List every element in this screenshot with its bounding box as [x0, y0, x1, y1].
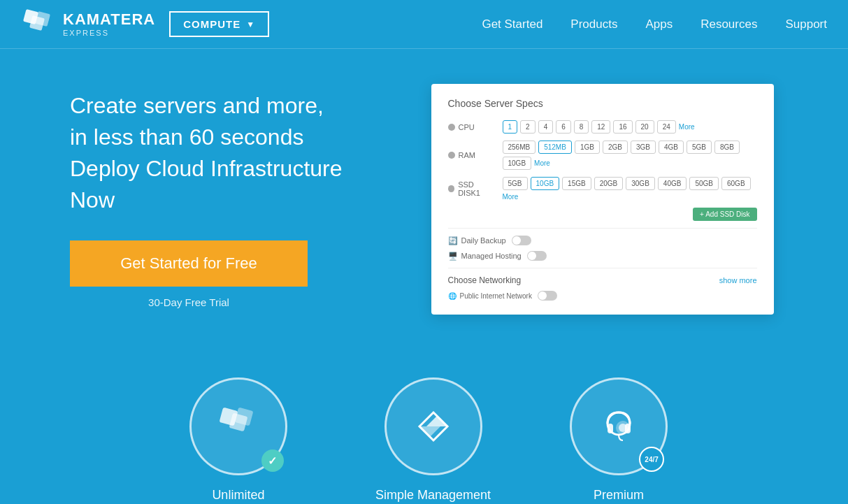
cpu-opt-8[interactable]: 8 — [574, 120, 589, 134]
logo-main: KAMATERA — [63, 11, 155, 28]
svg-point-13 — [619, 424, 627, 432]
nav-resources[interactable]: Resources — [700, 17, 757, 31]
get-started-button[interactable]: Get Started for Free — [70, 240, 308, 287]
nav-get-started[interactable]: Get Started — [482, 17, 542, 31]
divider — [448, 228, 757, 229]
header: KAMATERA EXPRESS COMPUTE ▼ Get Started P… — [0, 0, 848, 49]
feature-management-circle — [385, 377, 482, 475]
ssd-opt-50gb[interactable]: 50GB — [689, 177, 719, 190]
nav-products[interactable]: Products — [570, 17, 617, 31]
cpu-options: 1 2 4 6 8 12 16 20 24 More — [503, 120, 695, 134]
cpu-opt-20[interactable]: 20 — [635, 120, 654, 134]
ram-opt-256mb[interactable]: 256MB — [503, 141, 536, 154]
ram-opt-8gb[interactable]: 8GB — [714, 141, 740, 154]
ram-opt-1gb[interactable]: 1GB — [575, 141, 600, 154]
support-feature-icon — [596, 404, 642, 449]
ram-opt-2gb[interactable]: 2GB — [603, 141, 628, 154]
nav-apps[interactable]: Apps — [645, 17, 673, 31]
ram-opt-10gb[interactable]: 10GB — [503, 157, 532, 170]
hero-title: Create servers and more, in less than 60… — [70, 90, 371, 215]
ssd-options: 5GB 10GB 15GB 20GB 30GB 40GB 50GB 60GB M… — [503, 177, 757, 201]
badge-247: 24/7 — [639, 447, 664, 472]
logo[interactable]: KAMATERA EXPRESS — [21, 7, 155, 42]
ssd-opt-40gb[interactable]: 40GB — [658, 177, 687, 190]
cpu-more[interactable]: More — [679, 123, 695, 131]
ssd-opt-30gb[interactable]: 30GB — [626, 177, 655, 190]
feature-management-name: Simple Management Console and API — [375, 487, 491, 504]
add-ssd-button[interactable]: + Add SSD Disk — [693, 208, 756, 221]
logo-icon — [21, 7, 56, 42]
ram-opt-5gb[interactable]: 5GB — [687, 141, 712, 154]
ram-opt-512mb[interactable]: 512MB — [538, 141, 572, 154]
checkmark-badge: ✓ — [261, 449, 284, 472]
cpu-opt-4[interactable]: 4 — [538, 120, 554, 134]
card-title: Choose Server Specs — [448, 98, 757, 109]
ssd-opt-5gb[interactable]: 5GB — [503, 177, 528, 190]
server-specs-card: Choose Server Specs CPU 1 2 4 6 8 12 16 … — [431, 84, 774, 315]
cpu-opt-24[interactable]: 24 — [657, 120, 676, 134]
compute-label: COMPUTE — [183, 18, 240, 30]
main-nav: Get Started Products Apps Resources Supp… — [482, 17, 827, 31]
public-internet-toggle[interactable] — [538, 291, 557, 301]
public-internet-label: 🌐 Public Internet Network — [448, 292, 532, 300]
ssd-opt-15gb[interactable]: 15GB — [562, 177, 591, 190]
svg-rect-10 — [608, 424, 613, 433]
cpu-label: CPU — [448, 123, 497, 131]
compute-button[interactable]: COMPUTE ▼ — [169, 11, 269, 37]
logo-text: KAMATERA EXPRESS — [63, 11, 155, 36]
cpu-icon — [448, 124, 455, 131]
daily-backup-toggle[interactable] — [512, 236, 531, 245]
cpu-row: CPU 1 2 4 6 8 12 16 20 24 More — [448, 120, 757, 134]
cpu-opt-12[interactable]: 12 — [591, 120, 610, 134]
feature-support-name: Premium Human Support 24/7 — [561, 487, 677, 504]
cpu-opt-16[interactable]: 16 — [613, 120, 632, 134]
hero-right: Choose Server Specs CPU 1 2 4 6 8 12 16 … — [412, 84, 792, 315]
ram-options: 256MB 512MB 1GB 2GB 3GB 4GB 5GB 8GB 10GB… — [503, 141, 757, 170]
hero-left: Create servers and more, in less than 60… — [70, 90, 371, 308]
management-feature-icon — [412, 405, 454, 447]
hero-title-line1: Create servers and more, — [70, 93, 324, 118]
ssd-more[interactable]: More — [503, 193, 519, 201]
feature-unlimited: ✓ Unlimited Scale Up and Scale Out — [171, 377, 306, 504]
ram-opt-3gb[interactable]: 3GB — [631, 141, 656, 154]
managed-hosting-toggle[interactable] — [527, 251, 547, 261]
ram-more[interactable]: More — [534, 159, 550, 167]
cpu-opt-2[interactable]: 2 — [520, 120, 536, 134]
hosting-icon: 🖥️ — [448, 252, 458, 261]
ssd-icon — [448, 185, 455, 192]
ssd-opt-10gb[interactable]: 10GB — [531, 177, 560, 190]
network-section: Choose Networking show more 🌐 Public Int… — [448, 275, 757, 301]
ram-opt-4gb[interactable]: 4GB — [659, 141, 684, 154]
ssd-label: SSD DISK1 — [448, 180, 497, 197]
network-header: Choose Networking show more — [448, 275, 757, 285]
feature-management: Simple Management Console and API — [375, 377, 491, 504]
show-more-link[interactable]: show more — [719, 276, 757, 285]
ram-icon — [448, 152, 455, 159]
backup-icon: 🔄 — [448, 236, 458, 245]
managed-hosting-row: 🖥️ Managed Hosting — [448, 251, 757, 261]
ram-label: RAM — [448, 151, 497, 159]
ssd-opt-20gb[interactable]: 20GB — [594, 177, 624, 190]
cpu-opt-6[interactable]: 6 — [556, 120, 571, 134]
logo-sub: EXPRESS — [63, 29, 155, 37]
kamatera-feature-icon — [214, 402, 263, 451]
network-icon: 🌐 — [448, 292, 457, 300]
feature-support: 24/7 Premium Human Support 24/7 — [561, 377, 677, 504]
hero-title-line3: Deploy Cloud Infrastructure Now — [70, 156, 343, 213]
cpu-opt-1[interactable]: 1 — [503, 120, 518, 134]
trial-text: 30-Day Free Trial — [70, 296, 308, 308]
feature-unlimited-circle: ✓ — [189, 377, 287, 475]
divider2 — [448, 268, 757, 268]
hero-section: Create servers and more, in less than 60… — [0, 49, 848, 350]
network-row: 🌐 Public Internet Network — [448, 291, 757, 301]
managed-hosting-label: 🖥️ Managed Hosting — [448, 252, 522, 261]
feature-unlimited-name: Unlimited Scale Up and Scale Out — [171, 487, 306, 504]
feature-support-circle: 24/7 — [570, 377, 668, 475]
ram-row: RAM 256MB 512MB 1GB 2GB 3GB 4GB 5GB 8GB … — [448, 141, 757, 170]
ssd-row: SSD DISK1 5GB 10GB 15GB 20GB 30GB 40GB 5… — [448, 177, 757, 201]
nav-support[interactable]: Support — [785, 17, 827, 31]
ssd-opt-60gb[interactable]: 60GB — [721, 177, 751, 190]
daily-backup-row: 🔄 Daily Backup — [448, 236, 757, 245]
daily-backup-label: 🔄 Daily Backup — [448, 236, 506, 245]
compute-arrow-icon: ▼ — [246, 20, 255, 29]
